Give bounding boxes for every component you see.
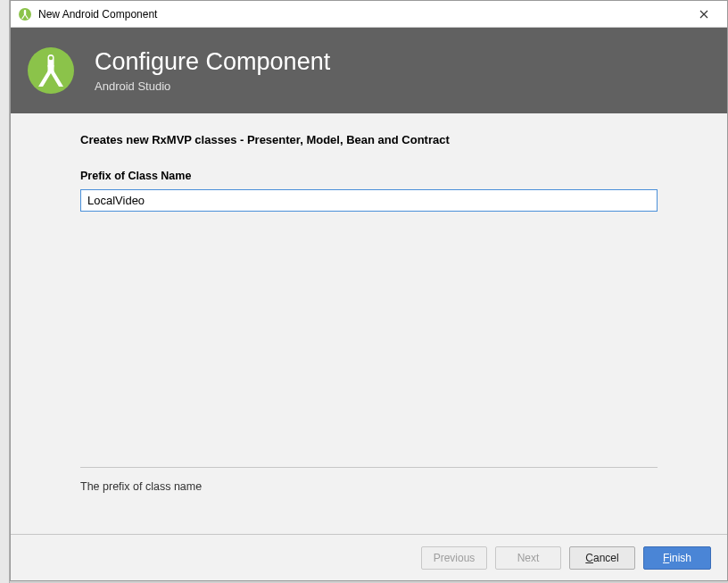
divider <box>80 467 658 468</box>
close-button[interactable] <box>686 2 722 27</box>
svg-rect-5 <box>48 65 54 72</box>
background-sliver <box>0 0 10 583</box>
spacer <box>80 493 658 525</box>
field-label: Prefix of Class Name <box>80 170 658 182</box>
spacer <box>80 212 658 467</box>
dialog-window: New Android Component Configure Componen… <box>10 0 728 581</box>
titlebar: New Android Component <box>11 1 727 28</box>
banner: Configure Component Android Studio <box>11 28 727 113</box>
cancel-button[interactable]: Cancel <box>569 546 635 570</box>
android-studio-icon <box>18 7 32 21</box>
window-title: New Android Component <box>38 8 686 21</box>
previous-button: Previous <box>421 546 487 570</box>
prefix-input[interactable] <box>80 189 658 212</box>
next-button: Next <box>495 546 561 570</box>
android-studio-icon <box>27 46 75 95</box>
help-text: The prefix of class name <box>80 480 658 493</box>
banner-heading: Configure Component <box>95 48 330 76</box>
content-area: Creates new RxMVP classes - Presenter, M… <box>11 113 727 534</box>
description-text: Creates new RxMVP classes - Presenter, M… <box>80 133 658 146</box>
finish-button[interactable]: Finish <box>643 546 711 570</box>
footer: Previous Next Cancel Finish <box>11 534 727 580</box>
svg-point-4 <box>49 56 53 60</box>
banner-subheading: Android Studio <box>95 79 330 93</box>
banner-text: Configure Component Android Studio <box>95 48 330 92</box>
